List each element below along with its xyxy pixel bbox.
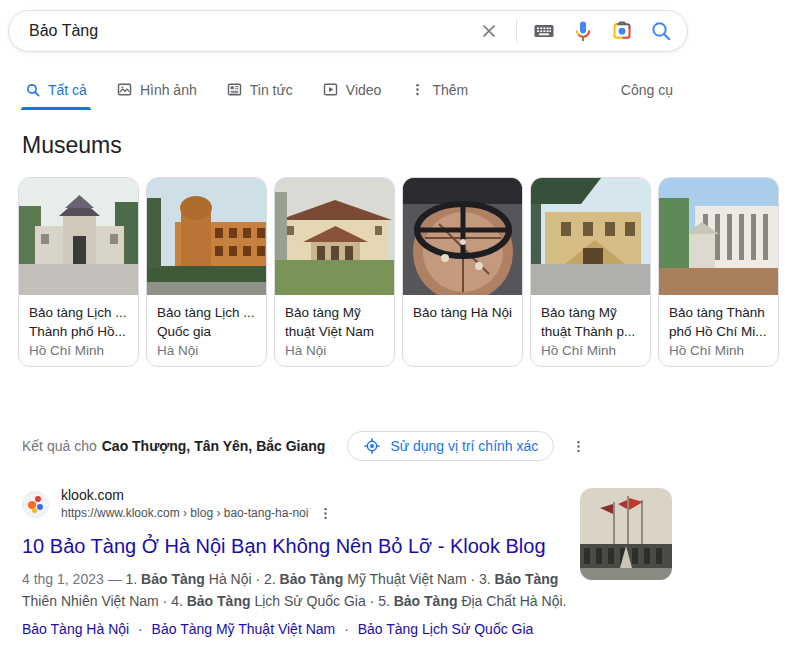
museum-card[interactable]: Bảo tàng Thành phố Hồ Chí Mi... Hồ Chí M…: [658, 177, 779, 367]
museum-title-line1: Bảo tàng Lịch ...: [157, 303, 256, 322]
result-site-header[interactable]: klook.com https://www.klook.com › blog ›…: [22, 486, 442, 522]
image-icon: [116, 81, 133, 98]
museum-card[interactable]: Bảo tàng Mỹ thuật Thành p... Hồ Chí Minh: [530, 177, 651, 367]
video-icon: [322, 81, 339, 98]
microphone-icon[interactable]: [571, 19, 595, 43]
tab-label: Thêm: [432, 82, 468, 98]
sitelink[interactable]: Bảo Tàng Hà Nội: [22, 621, 129, 637]
result-title-link[interactable]: 10 Bảo Tàng Ở Hà Nội Bạn Không Nên Bỏ Lỡ…: [22, 534, 582, 559]
tools-button[interactable]: Công cụ: [621, 82, 673, 98]
tab-video[interactable]: Video: [322, 81, 382, 98]
museum-card[interactable]: Bảo tàng Mỹ thuật Việt Nam Hà Nội: [274, 177, 395, 367]
keyboard-icon[interactable]: [532, 19, 556, 43]
search-results-page: Bảo Tàng: [0, 0, 785, 661]
museum-photo: [659, 178, 779, 295]
museum-photo: [19, 178, 139, 295]
museum-card-body: Bảo tàng Lịch ... Quốc gia Hà Nội: [147, 295, 266, 360]
tab-label: Video: [346, 82, 382, 98]
more-vertical-icon: [410, 82, 425, 97]
museum-location: Hồ Chí Minh: [541, 341, 640, 360]
museum-title-line2: Thành phố Hồ...: [29, 322, 128, 341]
more-vertical-icon[interactable]: [318, 506, 333, 521]
museum-photo: [147, 178, 267, 295]
museums-section-title: Museums: [22, 132, 122, 159]
news-icon: [226, 81, 243, 98]
sitelink-separator: ·: [344, 621, 349, 637]
museums-carousel: Bảo tàng Lịch ... Thành phố Hồ... Hồ Chí…: [18, 177, 779, 367]
search-result-klook: klook.com https://www.klook.com › blog ›…: [22, 486, 767, 637]
clear-icon[interactable]: [477, 19, 501, 43]
location-results-bar: Kết quả cho Cao Thượng, Tân Yên, Bắc Gia…: [22, 431, 586, 461]
search-bar-divider: [516, 19, 517, 43]
tab-news[interactable]: Tin tức: [226, 81, 293, 98]
result-tabs: Tất cả Hình ảnh Tin tức Video: [25, 81, 673, 98]
result-snippet: 4 thg 1, 2023 — 1. Bảo Tàng Hà Nội · 2. …: [22, 568, 574, 612]
museum-title-line2: thuật Việt Nam: [285, 322, 384, 341]
museum-card[interactable]: Bảo tàng Hà Nội: [402, 177, 523, 367]
museum-card-body: Bảo tàng Mỹ thuật Việt Nam Hà Nội: [275, 295, 394, 360]
museum-photo: [275, 178, 395, 295]
tab-more[interactable]: Thêm: [410, 82, 468, 98]
museum-title-line2: Quốc gia: [157, 322, 256, 341]
location-more-options-button[interactable]: [571, 439, 586, 454]
museum-card-body: Bảo tàng Mỹ thuật Thành p... Hồ Chí Minh: [531, 295, 650, 360]
museum-location: Hồ Chí Minh: [29, 341, 128, 360]
museum-title-line1: Bảo tàng Lịch ...: [29, 303, 128, 322]
result-url: https://www.klook.com › blog › bao-tang-…: [61, 505, 308, 522]
museum-photo: [403, 178, 523, 295]
search-bar: Bảo Tàng: [8, 10, 688, 52]
tab-label: Tất cả: [48, 82, 87, 98]
museum-title-line2: phố Hồ Chí Mi...: [669, 322, 768, 341]
museum-title-line1: Bảo tàng Mỹ: [541, 303, 640, 322]
more-vertical-icon: [571, 439, 586, 454]
result-thumbnail[interactable]: [580, 488, 672, 580]
sitelink[interactable]: Bảo Tàng Mỹ Thuật Việt Nam: [152, 621, 336, 637]
sitelink[interactable]: Bảo Tàng Lịch Sử Quốc Gia: [358, 621, 534, 637]
museum-card[interactable]: Bảo tàng Lịch ... Quốc gia Hà Nội: [146, 177, 267, 367]
result-site-meta: klook.com https://www.klook.com › blog ›…: [61, 486, 333, 522]
museum-title-line1: Bảo tàng Hà Nội: [413, 303, 512, 322]
result-sitelinks: Bảo Tàng Hà Nội · Bảo Tàng Mỹ Thuật Việt…: [22, 621, 767, 637]
use-precise-location-button[interactable]: Sử dụng vị trí chính xác: [347, 431, 554, 461]
search-icon[interactable]: [649, 19, 673, 43]
location-prefix: Kết quả cho: [22, 438, 97, 454]
museum-location: Hà Nội: [285, 341, 384, 360]
my-location-icon: [363, 437, 381, 455]
use-precise-location-label: Sử dụng vị trí chính xác: [390, 438, 538, 454]
museum-title-line1: Bảo tàng Thành: [669, 303, 768, 322]
museum-location: Hà Nội: [157, 341, 256, 360]
google-lens-icon[interactable]: [610, 19, 634, 43]
tab-label: Hình ảnh: [140, 82, 197, 98]
tab-all[interactable]: Tất cả: [25, 82, 87, 98]
museum-photo: [531, 178, 651, 295]
location-name: Cao Thượng, Tân Yên, Bắc Giang: [102, 438, 326, 454]
museum-card-body: Bảo tàng Hà Nội: [403, 295, 522, 322]
sitelink-separator: ·: [138, 621, 143, 637]
museum-card-body: Bảo tàng Thành phố Hồ Chí Mi... Hồ Chí M…: [659, 295, 778, 360]
search-input[interactable]: Bảo Tàng: [29, 22, 462, 40]
museum-card[interactable]: Bảo tàng Lịch ... Thành phố Hồ... Hồ Chí…: [18, 177, 139, 367]
search-icon: [25, 82, 41, 98]
tab-images[interactable]: Hình ảnh: [116, 81, 197, 98]
museum-title-line1: Bảo tàng Mỹ: [285, 303, 384, 322]
snippet-date: 4 thg 1, 2023 —: [22, 571, 126, 587]
result-url-row: https://www.klook.com › blog › bao-tang-…: [61, 505, 333, 522]
museum-location: Hồ Chí Minh: [669, 341, 768, 360]
flags-building-photo: [580, 488, 672, 580]
tab-label: Tin tức: [250, 82, 293, 98]
museum-card-body: Bảo tàng Lịch ... Thành phố Hồ... Hồ Chí…: [19, 295, 138, 360]
result-site-name: klook.com: [61, 486, 333, 505]
klook-favicon: [22, 491, 49, 518]
museum-title-line2: thuật Thành p...: [541, 322, 640, 341]
